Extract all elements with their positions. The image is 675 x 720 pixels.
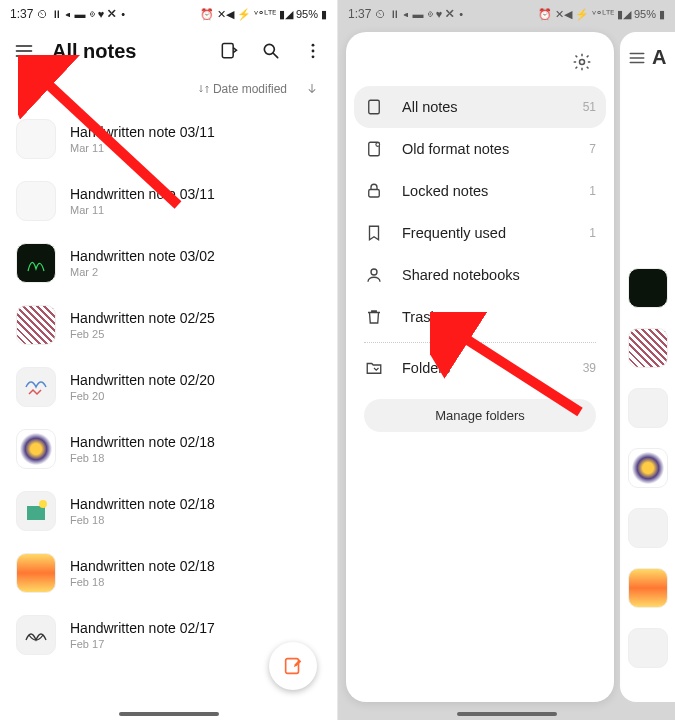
svg-point-11	[376, 143, 380, 147]
divider	[364, 342, 596, 343]
sort-direction-icon[interactable]	[305, 82, 319, 96]
note-item[interactable]: Handwritten note 02/20 Feb 20	[0, 356, 337, 418]
drawer-count: 39	[583, 361, 596, 375]
note-thumbnail	[16, 243, 56, 283]
note-date: Feb 20	[70, 390, 215, 402]
note-title: Handwritten note 03/11	[70, 186, 215, 202]
drawer-item-old-format[interactable]: Old format notes 7	[346, 128, 614, 170]
note-thumbnail	[16, 181, 56, 221]
note-title: Handwritten note 02/25	[70, 310, 215, 326]
note-date: Feb 18	[70, 452, 215, 464]
svg-point-3	[312, 50, 315, 53]
note-item[interactable]: Handwritten note 03/11 Mar 11	[0, 108, 337, 170]
drawer-label: Locked notes	[402, 183, 571, 199]
bookmark-icon	[364, 224, 384, 242]
drawer-count: 1	[589, 184, 596, 198]
settings-icon[interactable]	[568, 48, 596, 76]
status-time: 1:37	[10, 7, 33, 21]
note-date: Feb 25	[70, 328, 215, 340]
drawer-count: 7	[589, 142, 596, 156]
note-date: Feb 17	[70, 638, 215, 650]
sort-button[interactable]: Date modified	[198, 82, 287, 96]
note-date: Mar 11	[70, 142, 215, 154]
folders-icon	[364, 359, 384, 377]
note-date: Mar 11	[70, 204, 215, 216]
status-left-icons: ⏲ ⏸ ◀ ▬ ◎ ♥ ✕ •	[37, 8, 125, 20]
page-title: All notes	[52, 40, 201, 63]
nav-drawer: All notes 51 Old format notes 7 Locked n…	[346, 32, 614, 702]
drawer-count: 1	[589, 226, 596, 240]
nav-handle[interactable]	[457, 712, 557, 716]
note-title: Handwritten note 02/17	[70, 620, 215, 636]
note-thumbnail	[16, 119, 56, 159]
note-icon	[364, 98, 384, 116]
drawer-item-trash[interactable]: Trash	[346, 296, 614, 338]
note-thumbnail	[16, 367, 56, 407]
phone-right: 1:37 ⏲ ⏸ ◀ ▬ ◎ ♥ ✕ • ⏰ ✕◀ ⚡ ᵛᵒᴸᵀᴱ ▮◢ 95%…	[338, 0, 675, 720]
svg-rect-0	[222, 44, 233, 58]
old-format-icon	[364, 140, 384, 158]
drawer-count: 51	[583, 100, 596, 114]
drawer-item-all-notes[interactable]: All notes 51	[354, 86, 606, 128]
svg-point-4	[312, 55, 315, 58]
search-icon[interactable]	[257, 37, 285, 65]
note-date: Feb 18	[70, 576, 215, 588]
status-bar: 1:37 ⏲ ⏸ ◀ ▬ ◎ ♥ ✕ • ⏰ ✕◀ ⚡ ᵛᵒᴸᵀᴱ ▮◢ 95%…	[338, 0, 675, 28]
peek-title: A	[652, 46, 666, 69]
svg-point-6	[39, 500, 47, 508]
new-note-fab[interactable]	[269, 642, 317, 690]
svg-point-2	[312, 44, 315, 47]
note-item[interactable]: Handwritten note 03/02 Mar 2	[0, 232, 337, 294]
drawer-item-shared[interactable]: Shared notebooks	[346, 254, 614, 296]
note-title: Handwritten note 03/02	[70, 248, 215, 264]
topbar: All notes	[0, 28, 337, 74]
drawer-label: Old format notes	[402, 141, 571, 157]
note-date: Mar 2	[70, 266, 215, 278]
status-bar: 1:37 ⏲ ⏸ ◀ ▬ ◎ ♥ ✕ • ⏰ ✕◀ ⚡ ᵛᵒᴸᵀᴱ ▮◢ 95%…	[0, 0, 337, 28]
note-thumbnail	[16, 429, 56, 469]
phone-left: 1:37 ⏲ ⏸ ◀ ▬ ◎ ♥ ✕ • ⏰ ✕◀ ⚡ ᵛᵒᴸᵀᴱ ▮◢ 95%…	[0, 0, 337, 720]
drawer-item-folders[interactable]: Folders 39	[346, 347, 614, 389]
svg-rect-9	[369, 100, 380, 114]
note-item[interactable]: Handwritten note 02/18 Feb 18	[0, 480, 337, 542]
drawer-label: Shared notebooks	[402, 267, 578, 283]
status-right-icons: ⏰ ✕◀ ⚡ ᵛᵒᴸᵀᴱ ▮◢ 95% ▮	[200, 8, 327, 21]
lock-icon	[364, 182, 384, 200]
sort-bar: Date modified	[0, 74, 337, 104]
note-thumbnail	[16, 491, 56, 531]
notes-list: Handwritten note 03/11 Mar 11 Handwritte…	[0, 104, 337, 670]
manage-folders-label: Manage folders	[435, 408, 525, 423]
more-icon[interactable]	[299, 37, 327, 65]
drawer-item-locked[interactable]: Locked notes 1	[346, 170, 614, 212]
drawer-label: All notes	[402, 99, 565, 115]
pdf-import-icon[interactable]	[215, 37, 243, 65]
person-icon	[364, 266, 384, 284]
nav-handle[interactable]	[119, 712, 219, 716]
drawer-item-frequently-used[interactable]: Frequently used 1	[346, 212, 614, 254]
note-title: Handwritten note 02/18	[70, 434, 215, 450]
trash-icon	[364, 308, 384, 326]
sort-label: Date modified	[213, 82, 287, 96]
status-left-icons: ⏲ ⏸ ◀ ▬ ◎ ♥ ✕ •	[375, 8, 463, 20]
drawer-label: Trash	[402, 309, 578, 325]
note-title: Handwritten note 02/18	[70, 558, 215, 574]
note-title: Handwritten note 02/18	[70, 496, 215, 512]
manage-folders-button[interactable]: Manage folders	[364, 399, 596, 432]
note-item[interactable]: Handwritten note 02/18 Feb 18	[0, 418, 337, 480]
svg-point-1	[264, 44, 274, 54]
drawer-label: Frequently used	[402, 225, 571, 241]
hamburger-icon[interactable]	[10, 37, 38, 65]
note-title: Handwritten note 03/11	[70, 124, 215, 140]
status-right-icons: ⏰ ✕◀ ⚡ ᵛᵒᴸᵀᴱ ▮◢ 95% ▮	[538, 8, 665, 21]
note-item[interactable]: Handwritten note 03/11 Mar 11	[0, 170, 337, 232]
drawer-label: Folders	[402, 360, 565, 376]
note-item[interactable]: Handwritten note 02/18 Feb 18	[0, 542, 337, 604]
svg-rect-5	[27, 506, 45, 520]
note-thumbnail	[16, 305, 56, 345]
note-thumbnail	[16, 615, 56, 655]
svg-rect-12	[369, 190, 380, 198]
svg-point-8	[580, 60, 585, 65]
note-item[interactable]: Handwritten note 02/25 Feb 25	[0, 294, 337, 356]
status-time: 1:37	[348, 7, 371, 21]
svg-point-13	[371, 269, 377, 275]
